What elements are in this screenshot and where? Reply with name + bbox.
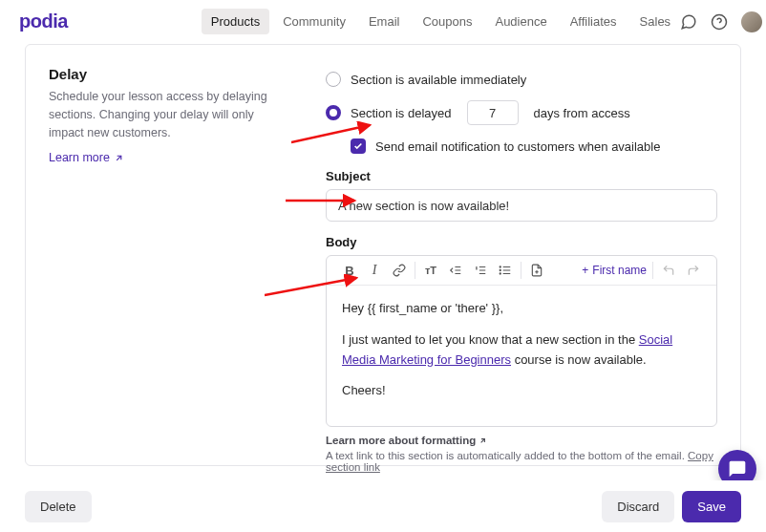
undo-icon[interactable] — [661, 263, 676, 278]
radio-immediate[interactable] — [326, 72, 341, 87]
section-description-column: Delay Schedule your lesson access by del… — [49, 64, 278, 440]
italic-icon[interactable]: I — [367, 263, 382, 278]
radio-delayed-prefix: Section is delayed — [351, 106, 452, 120]
external-link-icon — [114, 153, 124, 163]
svg-point-14 — [500, 273, 500, 274]
brand-logo: podia — [19, 11, 68, 32]
body-editor: B I тT + First name — [326, 255, 717, 427]
body-line2: I just wanted to let you know that a new… — [342, 330, 701, 371]
unordered-list-icon[interactable] — [498, 263, 513, 278]
radio-delayed-suffix: days from access — [534, 106, 630, 120]
svg-point-13 — [500, 269, 500, 270]
indent-decrease-icon[interactable] — [448, 263, 463, 278]
nav-coupons[interactable]: Coupons — [413, 9, 481, 34]
bold-icon[interactable]: B — [342, 263, 357, 278]
nav-products[interactable]: Products — [202, 9, 269, 34]
body-label: Body — [326, 235, 717, 249]
redo-icon[interactable] — [686, 263, 701, 278]
delete-button[interactable]: Delete — [25, 491, 92, 522]
file-icon[interactable] — [529, 263, 544, 278]
section-description: Schedule your lesson access by delaying … — [49, 88, 278, 141]
svg-point-12 — [500, 266, 500, 267]
footer-bar: Delete Discard Save — [0, 480, 766, 532]
user-avatar[interactable] — [741, 11, 762, 32]
discard-button[interactable]: Discard — [602, 491, 674, 522]
insert-firstname-label: First name — [592, 264, 647, 277]
plus-icon: + — [582, 264, 588, 277]
ordered-list-icon[interactable] — [473, 263, 488, 278]
radio-immediate-row[interactable]: Section is available immediately — [326, 72, 717, 87]
nav-audience[interactable]: Audience — [485, 9, 556, 34]
email-notify-row[interactable]: Send email notification to customers whe… — [351, 138, 717, 154]
save-button[interactable]: Save — [682, 491, 741, 522]
chat-icon — [728, 459, 747, 479]
text-size-icon[interactable]: тT — [423, 263, 438, 278]
svg-line-2 — [117, 156, 121, 160]
email-notify-label: Send email notification to customers whe… — [375, 139, 660, 154]
main-nav: Products Community Email Coupons Audienc… — [202, 9, 680, 34]
body-line3: Cheers! — [342, 381, 701, 401]
autolink-hint: A text link to this section is automatic… — [326, 450, 717, 473]
nav-email[interactable]: Email — [359, 9, 410, 34]
nav-affiliates[interactable]: Affiliates — [561, 9, 627, 34]
days-input[interactable] — [467, 100, 519, 125]
help-icon[interactable] — [711, 13, 728, 31]
email-notify-checkbox[interactable] — [351, 138, 366, 154]
section-title: Delay — [49, 66, 278, 82]
radio-immediate-label: Section is available immediately — [351, 73, 526, 87]
nav-sales[interactable]: Sales — [630, 9, 681, 34]
radio-delayed-row[interactable]: Section is delayed days from access — [326, 100, 717, 125]
messages-icon[interactable] — [680, 13, 697, 31]
section-form-column: Section is available immediately Section… — [326, 64, 717, 440]
body-line1: Hey {{ first_name or 'there' }}, — [342, 299, 701, 319]
radio-delayed[interactable] — [326, 105, 341, 120]
subject-label: Subject — [326, 169, 717, 183]
nav-community[interactable]: Community — [273, 9, 355, 34]
top-header: podia Products Community Email Coupons A… — [0, 0, 766, 44]
settings-panel: Delay Schedule your lesson access by del… — [25, 44, 741, 466]
formatting-help-row: Learn more about formatting — [326, 435, 717, 446]
external-link-icon — [479, 436, 487, 445]
header-right — [680, 11, 762, 32]
insert-firstname-button[interactable]: + First name — [576, 264, 652, 277]
learn-more-label: Learn more — [49, 151, 110, 164]
learn-more-link[interactable]: Learn more — [49, 151, 124, 164]
formatting-help-link[interactable]: Learn more about formatting — [326, 435, 487, 446]
editor-toolbar: B I тT + First name — [327, 256, 716, 286]
link-icon[interactable] — [392, 263, 407, 278]
subject-input[interactable] — [326, 189, 717, 222]
body-textarea[interactable]: Hey {{ first_name or 'there' }}, I just … — [327, 286, 716, 426]
